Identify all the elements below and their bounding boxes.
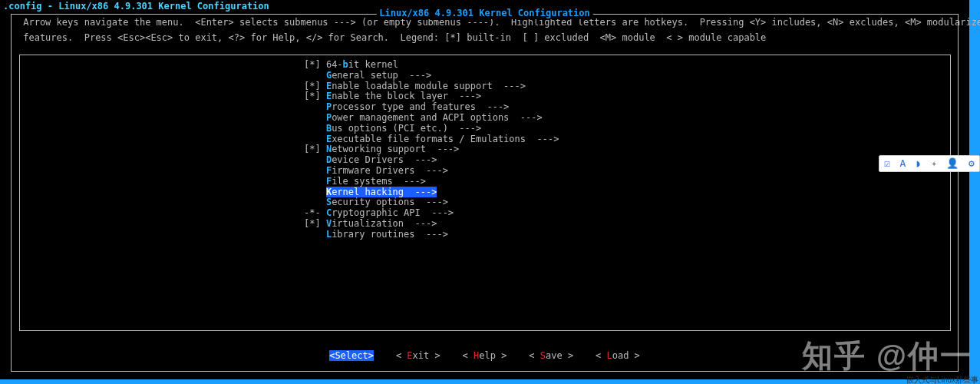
menu-list-box: [*] 64-bit kernel General setup --->[*] … (19, 55, 951, 331)
terminal-inner: .config - Linux/x86 4.9.301 Kernel Confi… (0, 0, 969, 379)
moon-icon[interactable]: ◗ (916, 158, 922, 170)
menu-item-7[interactable]: Executable file formats / Emulations ---… (20, 134, 950, 145)
button-load[interactable]: < Load > (596, 350, 640, 361)
menu-item-12[interactable]: Kernel hacking ---> (20, 187, 437, 198)
button-save[interactable]: < Save > (529, 350, 573, 361)
menu-item-16[interactable]: Library routines ---> (20, 230, 950, 240)
menu-item-15[interactable]: [*] Virtualization ---> (20, 219, 950, 230)
gear-icon[interactable]: ⚙ (968, 158, 975, 170)
menu-item-11[interactable]: File systems ---> (20, 177, 950, 187)
dialog-box: Linux/x86 4.9.301 Kernel Configuration A… (11, 14, 959, 372)
menu-item-6[interactable]: Bus options (PCI etc.) ---> (20, 124, 950, 134)
check-icon[interactable]: ☑ (884, 158, 890, 170)
menu-item-0[interactable]: [*] 64-bit kernel (20, 60, 950, 71)
menu-list[interactable]: [*] 64-bit kernel General setup --->[*] … (20, 60, 950, 240)
menu-item-10[interactable]: Firmware Drivers ---> (20, 166, 950, 177)
dialog-title: Linux/x86 4.9.301 Kernel Configuration (376, 8, 593, 19)
menu-item-1[interactable]: General setup ---> (20, 71, 950, 81)
terminal-window: .config - Linux/x86 4.9.301 Kernel Confi… (0, 0, 980, 384)
footer-credit: 嵌入式与Linux那些事 (906, 376, 978, 385)
button-exit[interactable]: < Exit > (396, 350, 441, 361)
help-text-line2: features. Press <Esc><Esc> to exit, <?> … (12, 30, 958, 45)
menu-item-3[interactable]: [*] Enable the block layer ---> (20, 91, 950, 102)
menu-item-4[interactable]: Processor type and features ---> (20, 102, 950, 113)
menu-item-8[interactable]: [*] Networking support ---> (20, 144, 950, 155)
button-bar: <Select> < Exit > < Help > < Save > < Lo… (12, 351, 958, 362)
person-icon[interactable]: 👤 (946, 158, 959, 170)
menu-item-13[interactable]: Security options ---> (20, 197, 950, 208)
menu-item-9[interactable]: Device Drivers ---> (20, 155, 950, 166)
letter-a-icon[interactable]: A (900, 158, 906, 170)
menu-item-2[interactable]: [*] Enable loadable module support ---> (20, 81, 950, 92)
button-help[interactable]: < Help > (463, 350, 507, 361)
sparkle-icon[interactable]: ✦ (931, 158, 937, 170)
button-select[interactable]: <Select> (329, 350, 374, 361)
menu-item-5[interactable]: Power management and ACPI options ---> (20, 113, 950, 124)
browser-toolbar[interactable]: ☑ A ◗ ✦ 👤 ⚙ (879, 155, 980, 172)
menu-item-14[interactable]: -*- Cryptographic API ---> (20, 208, 950, 219)
